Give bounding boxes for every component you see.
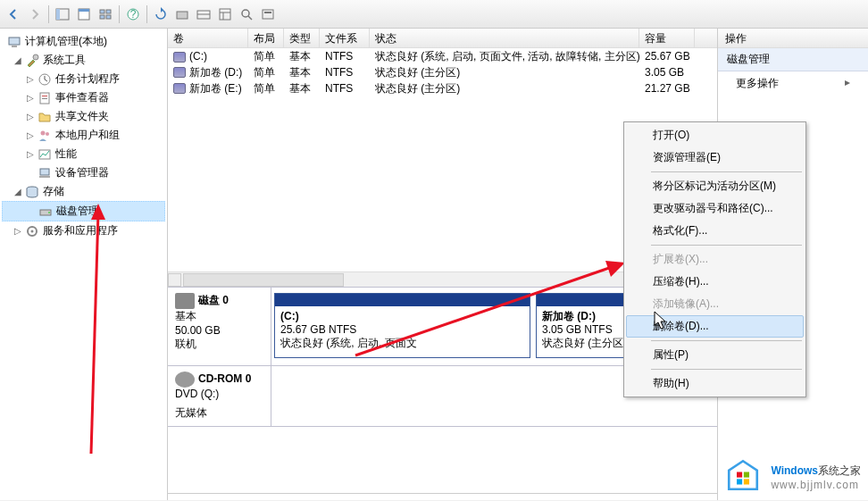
svg-point-34 bbox=[48, 212, 50, 213]
forward-button[interactable] bbox=[25, 4, 45, 24]
tree-event-viewer[interactable]: ▷ 事件查看器 bbox=[2, 88, 165, 107]
expand-icon[interactable]: ▷ bbox=[25, 74, 36, 84]
partition-d[interactable]: 新加卷 (D:) 3.05 GB NTFS 状态良好 (主分区) bbox=[536, 293, 638, 358]
tree-disk-management[interactable]: 磁盘管理 bbox=[2, 201, 165, 221]
event-icon bbox=[38, 91, 52, 105]
tree-label: 共享文件夹 bbox=[55, 109, 109, 124]
toolbar-icon[interactable] bbox=[172, 4, 192, 24]
disk-icon bbox=[38, 205, 53, 219]
services-icon bbox=[25, 224, 39, 238]
col-capacity[interactable]: 容量 bbox=[639, 29, 695, 47]
refresh-button[interactable] bbox=[151, 4, 171, 24]
menu-explorer[interactable]: 资源管理器(E) bbox=[626, 146, 804, 169]
volume-name: (C:) bbox=[189, 50, 207, 63]
col-volume[interactable]: 卷 bbox=[168, 29, 248, 47]
tree-services[interactable]: ▷ 服务和应用程序 bbox=[2, 221, 165, 240]
svg-text:?: ? bbox=[130, 8, 137, 21]
cdrom-icon bbox=[175, 372, 195, 388]
partition-header bbox=[275, 294, 530, 306]
volume-name: 新加卷 (D:) bbox=[189, 66, 242, 79]
svg-rect-1 bbox=[56, 9, 60, 20]
legend-bar bbox=[168, 493, 717, 500]
volume-capacity: 25.67 GB bbox=[639, 49, 695, 63]
expand-icon[interactable]: ▷ bbox=[25, 149, 36, 159]
toolbar-icon[interactable] bbox=[194, 4, 213, 24]
svg-rect-20 bbox=[9, 38, 20, 45]
menu-separator bbox=[651, 245, 802, 246]
tree-shared-folders[interactable]: ▷ 共享文件夹 bbox=[2, 107, 165, 126]
chevron-right-icon: ▸ bbox=[845, 76, 850, 88]
scroll-thumb[interactable] bbox=[183, 273, 344, 287]
tree-label: 系统工具 bbox=[43, 53, 86, 68]
volume-row[interactable]: 新加卷 (D:) 简单 基本 NTFS 状态良好 (主分区) 3.05 GB bbox=[168, 64, 717, 80]
disk-label-panel[interactable]: 磁盘 0 基本 50.00 GB 联机 bbox=[168, 288, 271, 365]
tree-root[interactable]: 计算机管理(本地) bbox=[2, 32, 165, 51]
cdrom-label-panel[interactable]: CD-ROM 0 DVD (Q:) 无媒体 bbox=[168, 366, 271, 426]
tree-label: 存储 bbox=[43, 184, 64, 199]
tree-performance[interactable]: ▷ 性能 bbox=[2, 145, 165, 163]
menu-change-letter[interactable]: 更改驱动器号和路径(C)... bbox=[626, 197, 804, 220]
expand-icon[interactable]: ▷ bbox=[25, 112, 36, 121]
menu-add-mirror: 添加镜像(A)... bbox=[626, 293, 804, 315]
menu-format[interactable]: 格式化(F)... bbox=[626, 220, 804, 242]
col-filesystem[interactable]: 文件系统 bbox=[320, 29, 370, 47]
svg-rect-44 bbox=[744, 479, 749, 484]
collapse-icon[interactable]: ◢ bbox=[13, 55, 23, 65]
menu-extend: 扩展卷(X)... bbox=[626, 248, 804, 271]
tree-label: 服务和应用程序 bbox=[43, 223, 118, 238]
view-button[interactable] bbox=[96, 4, 115, 24]
tree-task-scheduler[interactable]: ▷ 任务计划程序 bbox=[2, 70, 165, 88]
volume-row[interactable]: (C:) 简单 基本 NTFS 状态良好 (系统, 启动, 页面文件, 活动, … bbox=[168, 48, 717, 64]
watermark-url: www.bjjmlv.com bbox=[771, 479, 861, 491]
partition-c[interactable]: (C:) 25.67 GB NTFS 状态良好 (系统, 启动, 页面文 bbox=[274, 293, 530, 358]
show-hide-tree-button[interactable] bbox=[53, 4, 72, 24]
menu-properties[interactable]: 属性(P) bbox=[626, 344, 804, 366]
help-button[interactable]: ? bbox=[123, 4, 143, 24]
menu-help[interactable]: 帮助(H) bbox=[626, 372, 804, 395]
tree-system-tools[interactable]: ◢ 系统工具 bbox=[2, 51, 165, 70]
svg-rect-4 bbox=[100, 10, 104, 13]
actions-section-label: 磁盘管理 bbox=[727, 53, 770, 65]
back-button[interactable] bbox=[4, 4, 23, 24]
svg-rect-31 bbox=[39, 176, 50, 178]
volume-fs: NTFS bbox=[320, 65, 370, 79]
col-type[interactable]: 类型 bbox=[284, 29, 320, 47]
tree-local-users[interactable]: ▷ 本地用户和组 bbox=[2, 126, 165, 145]
partition-title: 新加卷 (D:) bbox=[542, 310, 596, 322]
volume-icon bbox=[173, 67, 186, 78]
folder-share-icon bbox=[38, 110, 52, 124]
volume-row[interactable]: 新加卷 (E:) 简单 基本 NTFS 状态良好 (主分区) 21.27 GB bbox=[168, 80, 717, 96]
search-button[interactable] bbox=[237, 4, 256, 24]
toolbar: ? bbox=[0, 0, 868, 29]
col-layout[interactable]: 布局 bbox=[248, 29, 284, 47]
volume-layout: 简单 bbox=[248, 48, 284, 65]
tree-storage[interactable]: ◢ 存储 bbox=[2, 182, 165, 201]
navigation-tree: 计算机管理(本地) ◢ 系统工具 ▷ 任务计划程序 ▷ 事件查看器 ▷ 共享文件… bbox=[0, 29, 168, 500]
volume-status: 状态良好 (主分区) bbox=[370, 64, 639, 81]
expand-icon[interactable]: ▷ bbox=[25, 93, 36, 103]
col-status[interactable]: 状态 bbox=[370, 29, 639, 47]
menu-open[interactable]: 打开(O) bbox=[626, 124, 804, 146]
computer-icon bbox=[7, 35, 21, 49]
more-actions[interactable]: 更多操作▸ bbox=[718, 71, 868, 96]
menu-separator bbox=[651, 369, 802, 370]
actions-section[interactable]: 磁盘管理 bbox=[718, 48, 868, 71]
expand-icon[interactable]: ▷ bbox=[13, 226, 23, 236]
menu-shrink[interactable]: 压缩卷(H)... bbox=[626, 271, 804, 293]
volume-fs: NTFS bbox=[320, 81, 370, 96]
svg-line-17 bbox=[248, 16, 252, 20]
watermark-brand-prefix: Windows bbox=[771, 464, 818, 477]
scroll-left-button[interactable] bbox=[168, 273, 181, 287]
separator bbox=[119, 5, 120, 23]
toolbar-icon[interactable] bbox=[215, 4, 235, 24]
properties-button[interactable] bbox=[74, 4, 94, 24]
volume-fs: NTFS bbox=[320, 49, 370, 63]
menu-delete-volume[interactable]: 删除卷(D)... bbox=[626, 315, 804, 338]
expand-icon[interactable]: ▷ bbox=[25, 130, 36, 140]
storage-icon bbox=[25, 185, 39, 199]
svg-point-22 bbox=[33, 54, 38, 60]
tree-device-manager[interactable]: 设备管理器 bbox=[2, 163, 165, 182]
menu-mark-active[interactable]: 将分区标记为活动分区(M) bbox=[626, 175, 804, 197]
toolbar-icon[interactable] bbox=[258, 4, 278, 24]
collapse-icon[interactable]: ◢ bbox=[13, 187, 23, 196]
